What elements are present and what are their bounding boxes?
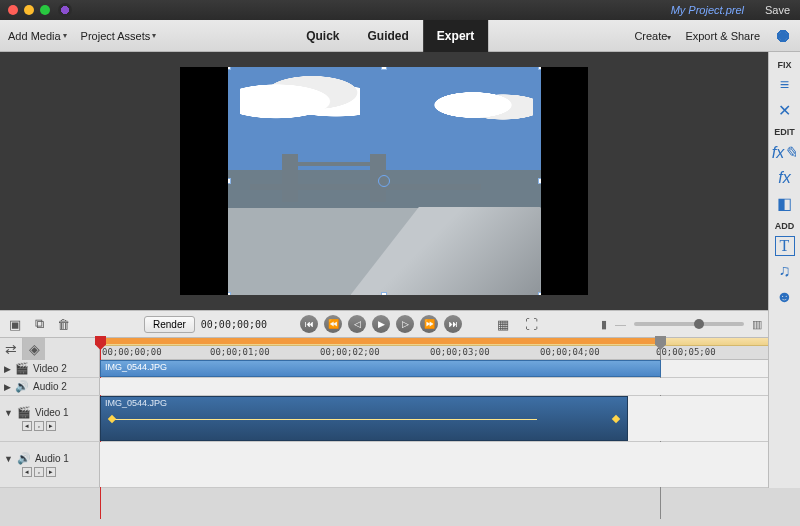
collapse-icon[interactable]: ▶ <box>4 364 11 374</box>
project-assets-menu[interactable]: Project Assets▾ <box>81 30 157 42</box>
resize-handle-r[interactable] <box>538 178 541 184</box>
keyframe-next-icon[interactable]: ▸ <box>46 467 56 477</box>
ruler-tick: 00;00;02;00 <box>320 347 380 357</box>
fix-section-label: FIX <box>777 60 791 70</box>
ruler-tick: 00;00;00;00 <box>102 347 162 357</box>
prev-frame-button[interactable]: ◁ <box>348 315 366 333</box>
color-icon[interactable]: ◧ <box>773 194 797 214</box>
resize-handle-tl[interactable] <box>228 67 231 70</box>
minimize-window-icon[interactable] <box>24 5 34 15</box>
add-marker-icon[interactable]: ⧉ <box>30 315 48 333</box>
track-video-2: ▶ 🎬 Video 2 IMG_0544.JPG <box>0 360 768 378</box>
resize-handle-br[interactable] <box>538 292 541 295</box>
app-logo-icon <box>58 3 72 17</box>
main-toolbar: Add Media▾ Project Assets▾ Quick Guided … <box>0 20 800 52</box>
keyframe-add-icon[interactable]: ◦ <box>34 467 44 477</box>
create-menu[interactable]: Create▾ <box>634 30 671 42</box>
adjust-sliders-icon[interactable]: ≡ <box>773 75 797 95</box>
tab-guided[interactable]: Guided <box>354 20 423 52</box>
chevron-down-icon: ▾ <box>667 33 671 42</box>
collapse-icon[interactable]: ▼ <box>4 454 13 464</box>
next-frame-button[interactable]: ▷ <box>396 315 414 333</box>
preview-stage[interactable] <box>180 67 588 295</box>
workspace-mode-tabs: Quick Guided Expert <box>292 20 488 52</box>
ruler-tick: 00;00;04;00 <box>540 347 600 357</box>
keyframe-icon[interactable] <box>108 414 116 422</box>
tools-icon[interactable]: ✕ <box>773 101 797 121</box>
titles-icon[interactable]: T <box>775 236 795 256</box>
anchor-point-icon[interactable] <box>378 175 390 187</box>
track-label: Video 2 <box>33 363 67 374</box>
zoom-thumb[interactable] <box>694 319 704 329</box>
fit-timeline-icon[interactable]: ▥ <box>752 318 762 331</box>
step-back-button[interactable]: ⏪ <box>324 315 342 333</box>
snapshot-icon[interactable]: ▣ <box>6 315 24 333</box>
visibility-icon[interactable]: 🎬 <box>17 406 31 419</box>
maximize-window-icon[interactable] <box>40 5 50 15</box>
play-button[interactable]: ▶ <box>372 315 390 333</box>
keyframe-icon[interactable] <box>611 414 619 422</box>
project-name: My Project.prel <box>671 4 744 16</box>
safe-margins-icon[interactable]: ▦ <box>494 315 512 333</box>
right-panel-lower-spacer <box>768 310 800 488</box>
export-share-button[interactable]: Export & Share <box>685 30 760 42</box>
track-label: Video 1 <box>35 407 69 418</box>
tab-quick[interactable]: Quick <box>292 20 353 52</box>
chevron-down-icon: ▾ <box>63 31 67 40</box>
keyframe-prev-icon[interactable]: ◂ <box>22 467 32 477</box>
visibility-icon[interactable]: 🎬 <box>15 362 29 375</box>
resize-handle-bl[interactable] <box>228 292 231 295</box>
timeline-tool-b-icon[interactable]: ◈ <box>23 338 45 360</box>
titlebar: My Project.prel Save <box>0 0 800 20</box>
track-label: Audio 1 <box>35 453 69 464</box>
add-media-menu[interactable]: Add Media▾ <box>8 30 67 42</box>
fx-icon[interactable]: fx <box>773 168 797 188</box>
mute-icon[interactable]: 🔊 <box>17 452 31 465</box>
keyframe-prev-icon[interactable]: ◂ <box>22 421 32 431</box>
timeline-ruler[interactable]: 00;00;00;00 00;00;01;00 00;00;02;00 00;0… <box>100 338 768 360</box>
track-audio-2: ▶ 🔊 Audio 2 <box>0 378 768 396</box>
keyframe-add-icon[interactable]: ◦ <box>34 421 44 431</box>
keyframe-next-icon[interactable]: ▸ <box>46 421 56 431</box>
save-button[interactable]: Save <box>765 4 790 16</box>
ruler-tick: 00;00;03;00 <box>430 347 490 357</box>
collapse-icon[interactable]: ▶ <box>4 382 11 392</box>
add-section-label: ADD <box>775 221 795 231</box>
work-area-bar[interactable] <box>100 338 661 344</box>
render-button[interactable]: Render <box>144 316 195 333</box>
timeline-tool-a-icon[interactable]: ⇄ <box>0 338 22 360</box>
mute-icon[interactable]: 🔊 <box>15 380 29 393</box>
fx-edit-icon[interactable]: fx✎ <box>773 142 797 162</box>
zoom-slider[interactable] <box>634 322 744 326</box>
clip-video2[interactable]: IMG_0544.JPG <box>100 360 661 377</box>
preview-clip-image[interactable] <box>228 67 541 295</box>
rewind-button[interactable]: ⏮ <box>300 315 318 333</box>
resize-handle-b[interactable] <box>381 292 387 295</box>
ruler-tick: 00;00;01;00 <box>210 347 270 357</box>
track-video-1: ▼ 🎬 Video 1 ◂ ◦ ▸ IMG_0544.JPG <box>0 396 768 442</box>
right-tool-panel: FIX ≡ ✕ EDIT fx✎ fx ◧ ADD T ♫ ☻ <box>768 52 800 310</box>
preview-monitor <box>0 52 768 310</box>
edit-section-label: EDIT <box>774 127 795 137</box>
resize-handle-l[interactable] <box>228 178 231 184</box>
track-audio-1: ▼ 🔊 Audio 1 ◂ ◦ ▸ <box>0 442 768 488</box>
current-timecode[interactable]: 00;00;00;00 <box>201 319 267 330</box>
to-end-button[interactable]: ⏭ <box>444 315 462 333</box>
tab-expert[interactable]: Expert <box>423 20 488 52</box>
music-icon[interactable]: ♫ <box>773 262 797 282</box>
ruler-tick: 00;00;05;00 <box>656 347 716 357</box>
marker-indicator-icon: ▮ <box>601 318 607 331</box>
close-window-icon[interactable] <box>8 5 18 15</box>
playback-controls-bar: ▣ ⧉ 🗑 Render 00;00;00;00 ⏮ ⏪ ◁ ▶ ▷ ⏩ ⏭ ▦… <box>0 310 768 338</box>
clip-video1[interactable]: IMG_0544.JPG <box>100 396 628 441</box>
step-forward-button[interactable]: ⏩ <box>420 315 438 333</box>
fullscreen-icon[interactable]: ⛶ <box>522 315 540 333</box>
resize-handle-t[interactable] <box>381 67 387 70</box>
resize-handle-tr[interactable] <box>538 67 541 70</box>
track-label: Audio 2 <box>33 381 67 392</box>
keyframe-line <box>111 419 537 420</box>
collapse-icon[interactable]: ▼ <box>4 408 13 418</box>
delete-icon[interactable]: 🗑 <box>54 315 72 333</box>
graphics-smiley-icon[interactable]: ☻ <box>773 287 797 307</box>
gear-icon[interactable] <box>774 27 792 45</box>
